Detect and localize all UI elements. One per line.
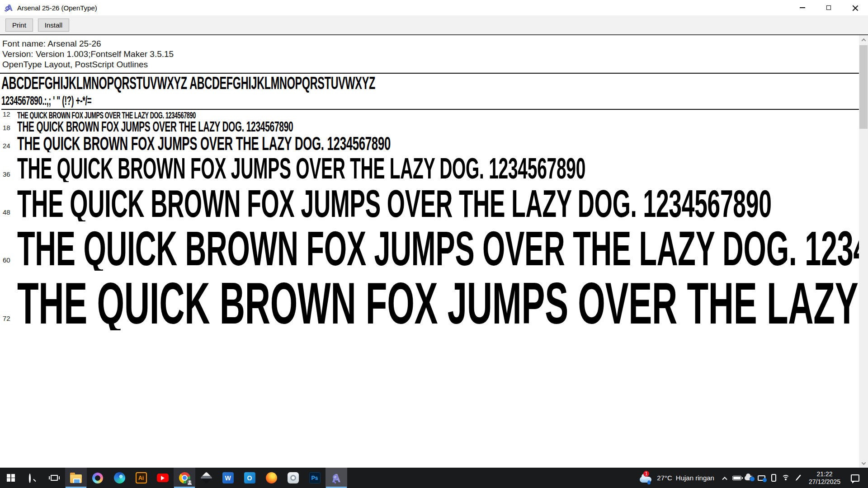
scrollbar-thumb[interactable] <box>859 45 868 129</box>
wifi-icon <box>782 475 790 481</box>
system-tray: 1 27°C Hujan ringan 21:22 27/12/2025 <box>635 468 868 488</box>
numbers-sample-line: 1234567890.:,; ' " (!?) +-*/= <box>1 95 859 110</box>
chevron-down-icon <box>861 460 866 465</box>
taskbar-search-button[interactable] <box>22 468 43 488</box>
weather-rain-icon: 1 <box>640 472 653 484</box>
chrome-profile-avatar <box>186 479 192 485</box>
file-explorer-icon <box>70 474 82 483</box>
inkscape-icon <box>200 472 212 484</box>
onedrive-status[interactable] <box>743 468 755 488</box>
window-title: Arsenal 25-26 (OpenType) <box>17 4 97 12</box>
firefox-icon <box>266 472 277 483</box>
restore-icon <box>826 5 831 10</box>
word-icon: W <box>222 472 234 483</box>
size-sample-row-48: 48THE QUICK BROWN FOX JUMPS OVER THE LAZ… <box>1 186 859 221</box>
taskbar-item-inkscape[interactable] <box>195 468 217 488</box>
font-viewer-taskbar-icon: A <box>330 472 343 484</box>
size-label: 18 <box>1 124 17 133</box>
start-button[interactable] <box>0 468 22 488</box>
restore-button[interactable] <box>816 0 842 15</box>
photoshop-icon: Ps <box>309 472 321 483</box>
pangram-sample-text: THE QUICK BROWN FOX JUMPS OVER THE LAZY … <box>17 155 585 182</box>
clock-time: 21:22 <box>809 470 840 478</box>
task-view-button[interactable] <box>43 468 65 488</box>
illustrator-icon: Ai <box>136 472 147 483</box>
specimen-block: ABCDEFGHIJKLMNOPQRSTUVWXYZ ABCDEFGHIJKLM… <box>0 73 859 110</box>
font-name-line: Font name: Arsenal 25-26 <box>2 38 859 49</box>
pen-settings[interactable] <box>792 468 804 488</box>
chevron-up-icon <box>722 477 727 482</box>
font-viewer-icon: A <box>5 3 14 12</box>
taskbar-item-youtube[interactable] <box>152 468 174 488</box>
font-version-line: Version: Version 1.003;Fontself Maker 3.… <box>2 49 859 59</box>
taskbar: Ai W O Ps A <box>0 468 868 488</box>
action-center-icon <box>851 474 859 482</box>
taskbar-item-illustrator[interactable]: Ai <box>130 468 152 488</box>
close-button[interactable] <box>842 0 868 15</box>
size-sample-rows: 12THE QUICK BROWN FOX JUMPS OVER THE LAZ… <box>0 111 859 330</box>
size-label: 12 <box>1 111 17 119</box>
chrome-icon <box>179 472 190 483</box>
pangram-sample-text: THE QUICK BROWN FOX JUMPS OVER THE LAZY … <box>17 111 196 119</box>
taskbar-item-outlook[interactable]: O <box>239 468 260 488</box>
title-bar: A Arsenal 25-26 (OpenType) <box>0 0 868 15</box>
size-sample-row-60: 60THE QUICK BROWN FOX JUMPS OVER THE LAZ… <box>1 226 859 271</box>
size-label: 60 <box>1 256 17 271</box>
search-icon <box>29 474 36 482</box>
pen-icon <box>795 474 801 481</box>
pangram-sample-text: THE QUICK BROWN FOX JUMPS OVER THE LAZY … <box>17 186 772 221</box>
taskbar-item-photoshop[interactable]: Ps <box>304 468 326 488</box>
size-label: 36 <box>1 170 17 182</box>
notification-badge: 1 <box>643 471 649 477</box>
size-sample-row-12: 12THE QUICK BROWN FOX JUMPS OVER THE LAZ… <box>1 111 859 119</box>
alphabet-sample-text: ABCDEFGHIJKLMNOPQRSTUVWXYZ ABCDEFGHIJKLM… <box>1 75 375 92</box>
weather-condition: Hujan ringan <box>676 474 714 482</box>
youtube-icon <box>157 474 169 482</box>
cast-status[interactable] <box>755 468 768 488</box>
battery-status[interactable] <box>731 468 743 488</box>
install-button[interactable]: Install <box>38 19 69 32</box>
clock-date: 27/12/2025 <box>809 478 840 486</box>
taskbar-item-font-viewer[interactable]: A <box>326 468 347 488</box>
taskbar-item-file-explorer[interactable] <box>65 468 87 488</box>
size-sample-row-36: 36THE QUICK BROWN FOX JUMPS OVER THE LAZ… <box>1 155 859 182</box>
windows-logo-icon <box>7 474 15 482</box>
phone-link-status[interactable] <box>768 468 780 488</box>
scroll-up-button[interactable] <box>859 35 868 44</box>
hidden-icons-button[interactable] <box>719 468 731 488</box>
scroll-down-button[interactable] <box>859 459 868 468</box>
phone-icon <box>771 474 776 482</box>
action-center-button[interactable] <box>845 468 865 488</box>
format-factory-icon <box>288 472 299 483</box>
font-preview-content: Font name: Arsenal 25-26 Version: Versio… <box>0 35 859 468</box>
chevron-up-icon <box>861 38 866 42</box>
taskbar-item-firefox[interactable] <box>260 468 282 488</box>
taskbar-item-format-factory[interactable] <box>282 468 304 488</box>
font-info-block: Font name: Arsenal 25-26 Version: Versio… <box>0 35 859 70</box>
taskbar-clock[interactable]: 21:22 27/12/2025 <box>804 470 845 486</box>
battery-icon <box>732 476 741 480</box>
toolbar: Print Install <box>0 15 868 35</box>
window-controls <box>789 0 868 15</box>
font-preview-area: Font name: Arsenal 25-26 Version: Versio… <box>0 35 868 468</box>
network-status[interactable] <box>780 468 792 488</box>
minimize-icon <box>800 7 805 8</box>
taskbar-item-edge[interactable] <box>108 468 130 488</box>
taskbar-item-copilot[interactable] <box>87 468 108 488</box>
copilot-icon <box>92 473 103 483</box>
size-label: 72 <box>1 314 17 330</box>
weather-widget[interactable]: 1 27°C Hujan ringan <box>635 468 719 488</box>
size-label: 48 <box>1 208 17 221</box>
minimize-button[interactable] <box>789 0 816 15</box>
taskbar-item-word[interactable]: W <box>217 468 239 488</box>
weather-temperature: 27°C <box>657 474 672 482</box>
pangram-sample-text: THE QUICK BROWN FOX JUMPS OVER THE LAZY … <box>17 134 391 152</box>
cast-icon <box>758 475 765 481</box>
size-sample-row-24: 24THE QUICK BROWN FOX JUMPS OVER THE LAZ… <box>1 134 859 152</box>
vertical-scrollbar[interactable] <box>859 35 868 468</box>
outlook-icon: O <box>244 472 255 483</box>
pangram-sample-text: THE QUICK BROWN FOX JUMPS OVER THE LAZY … <box>17 276 859 330</box>
taskbar-item-chrome[interactable] <box>174 468 195 488</box>
print-button[interactable]: Print <box>5 19 33 32</box>
onedrive-icon <box>745 476 754 480</box>
